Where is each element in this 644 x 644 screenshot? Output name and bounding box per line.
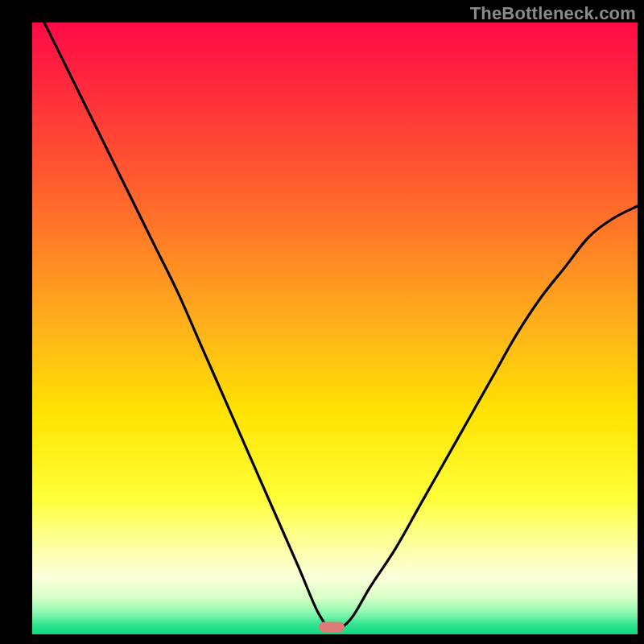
optimal-marker (319, 621, 345, 632)
chart-frame: TheBottleneck.com (0, 0, 644, 644)
bottleneck-curve (32, 23, 638, 634)
watermark-text: TheBottleneck.com (470, 3, 636, 24)
plot-area (32, 23, 638, 634)
